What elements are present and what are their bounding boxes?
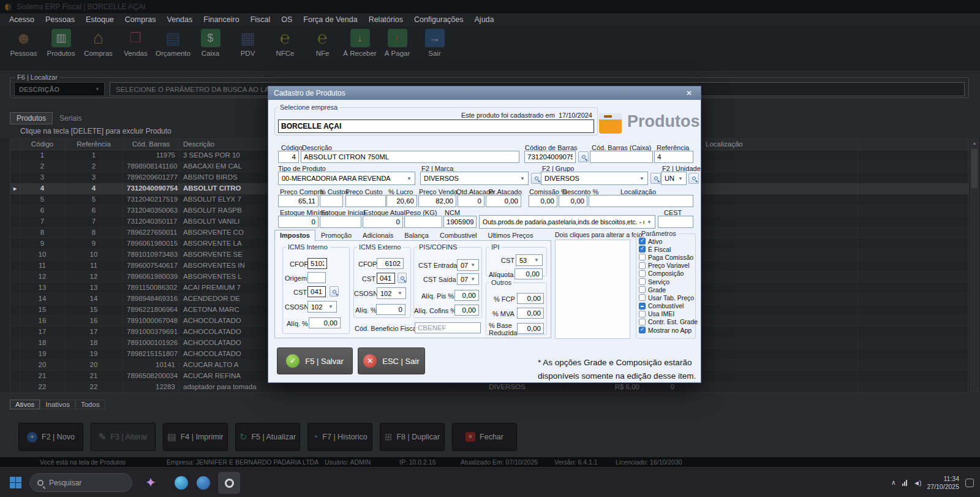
- modal-tab-ultimos-precos[interactable]: Ultimos Preços: [482, 230, 538, 241]
- network-icon[interactable]: [902, 479, 907, 486]
- toolbar-vendas[interactable]: ❒Vendas: [117, 26, 154, 71]
- param-contr-est-grade[interactable]: Contr. Est. Grade: [636, 318, 695, 326]
- checkbox-contr-est-grade[interactable]: [639, 319, 646, 325]
- icms-ext-cfop-input[interactable]: [377, 258, 404, 269]
- estoque-inicial-input[interactable]: [320, 216, 361, 228]
- qtd-atacado-input[interactable]: [458, 195, 484, 207]
- desconto-input[interactable]: [559, 195, 587, 207]
- ncm-desc-select[interactable]: Outs.prods.de padaria,pastelaria,inds.de…: [479, 215, 655, 229]
- toolbar-a-receber[interactable]: ↓Á Receber: [341, 26, 379, 71]
- pr-atacado-input[interactable]: [486, 195, 521, 207]
- close-icon[interactable]: ✕: [683, 89, 695, 97]
- start-button-icon[interactable]: [10, 477, 21, 488]
- icms-int-cst-input[interactable]: [307, 286, 326, 297]
- param-ativo[interactable]: Ativo: [636, 237, 695, 245]
- icms-int-aliq-input[interactable]: [309, 317, 341, 328]
- header-referencia[interactable]: Referência: [65, 139, 123, 150]
- param-composicao[interactable]: Composição: [636, 270, 695, 278]
- toolbar-sair[interactable]: →Sair: [416, 26, 453, 71]
- preco-custo-input[interactable]: [345, 195, 386, 207]
- barcode-search-icon[interactable]: [578, 151, 589, 162]
- menu-configuracoes[interactable]: Configurações: [409, 15, 469, 24]
- cst-search-icon[interactable]: [330, 286, 339, 297]
- base-reduzida-input[interactable]: [517, 323, 544, 334]
- menu-pessoas[interactable]: Pessoas: [40, 15, 80, 24]
- action-f7-historico[interactable]: ◔F7 | Historico: [307, 423, 372, 451]
- ncm-input[interactable]: [443, 216, 477, 228]
- table-scrollbar[interactable]: ▲: [970, 138, 979, 392]
- table-row[interactable]: 222212283adaptador para tomadaDIVERSOSR$…: [10, 382, 968, 393]
- modal-tab-adicionais[interactable]: Adicionais: [357, 230, 399, 241]
- scrollbar-thumb[interactable]: [971, 149, 978, 188]
- filter-tab-inativos[interactable]: Inativos: [40, 400, 75, 409]
- menu-forca-de-venda[interactable]: Força de Venda: [298, 15, 363, 24]
- taskbar-search[interactable]: Pesquisar: [29, 473, 132, 492]
- checkbox-e-fiscal[interactable]: [639, 246, 646, 252]
- menu-financeiro[interactable]: Financeiro: [198, 15, 244, 24]
- taskbar-clock[interactable]: 11:34 27/10/2025: [927, 475, 959, 491]
- marca-select[interactable]: DIVERSOS▼: [420, 172, 529, 185]
- unidade-select[interactable]: UN▼: [661, 172, 687, 185]
- param-combustivel[interactable]: Combustível: [636, 302, 695, 310]
- product-photo[interactable]: [555, 240, 630, 339]
- preco-compra-input[interactable]: [278, 195, 318, 207]
- checkbox-combustivel[interactable]: [639, 303, 646, 309]
- menu-estoque[interactable]: Estoque: [80, 15, 119, 24]
- menu-relatorios[interactable]: Relatórios: [363, 15, 409, 24]
- localizacao-input[interactable]: [589, 195, 693, 207]
- menu-acesso[interactable]: Acesso: [4, 15, 40, 24]
- grupo-select[interactable]: DIVERSOS▼: [541, 172, 648, 185]
- fcp-input[interactable]: [517, 293, 544, 304]
- toolbar-a-pagar[interactable]: ↑Á Pagar: [379, 26, 416, 71]
- aliq-pis-input[interactable]: [454, 290, 479, 301]
- checkbox-mostrar-no-app[interactable]: [639, 327, 646, 333]
- toolbar-pessoas[interactable]: ☻Pessoas: [5, 26, 42, 71]
- modal-tab-combustivel[interactable]: Combustivel: [434, 230, 483, 241]
- save-button[interactable]: ✓ F5 | Salvar: [277, 347, 353, 374]
- notification-icon[interactable]: [965, 479, 974, 487]
- menu-compras[interactable]: Compras: [119, 15, 162, 24]
- header-codigo[interactable]: Código: [20, 139, 65, 150]
- modal-tab-promocao[interactable]: Promoção: [315, 230, 357, 241]
- checkbox-ativo[interactable]: [639, 238, 646, 245]
- volume-icon[interactable]: ◄): [913, 479, 921, 487]
- tray-chevron-icon[interactable]: ∧: [891, 479, 896, 487]
- empresa-input[interactable]: [278, 120, 594, 133]
- action-fechar[interactable]: ×Fechar: [452, 423, 517, 451]
- icms-int-cfop-input[interactable]: [307, 258, 327, 269]
- icms-ext-aliq-input[interactable]: [376, 304, 405, 315]
- param-e-fiscal[interactable]: É Fiscal: [636, 245, 695, 253]
- checkbox-grade[interactable]: [639, 286, 646, 293]
- checkbox-usar-tab-preco[interactable]: [639, 294, 646, 301]
- referencia-input[interactable]: [654, 151, 693, 163]
- marca-search-icon[interactable]: [531, 173, 541, 184]
- comissao-input[interactable]: [529, 195, 557, 207]
- action-f8-duplicar[interactable]: ⊞F8 | Duplicar: [380, 423, 445, 451]
- menu-vendas[interactable]: Vendas: [162, 15, 198, 24]
- lucro-input[interactable]: [386, 195, 417, 207]
- toolbar-compras[interactable]: ⌂Compras: [80, 26, 117, 71]
- icms-int-origem-input[interactable]: [307, 272, 326, 283]
- modal-tab-balanca[interactable]: Balança: [399, 230, 434, 241]
- menu-fiscal[interactable]: Fiscal: [245, 15, 276, 24]
- checkbox-servico[interactable]: [639, 278, 646, 285]
- tipo-produto-select[interactable]: 00-MERCADORIA PARA REVENDA▼: [278, 172, 415, 185]
- toolbar-nfe[interactable]: ℮NFe: [304, 26, 341, 71]
- checkbox-preco-variavel[interactable]: [639, 262, 646, 269]
- checkbox-usa-imei[interactable]: [639, 311, 646, 317]
- filter-tab-todos[interactable]: Todos: [75, 400, 105, 409]
- cst-search-icon[interactable]: [398, 273, 407, 283]
- tab-seriais[interactable]: Seriais: [53, 112, 89, 124]
- param-grade[interactable]: Grade: [636, 286, 695, 294]
- param-preco-variavel[interactable]: Preço Variavel: [636, 262, 695, 270]
- scroll-up-icon[interactable]: ▲: [971, 139, 978, 148]
- toolbar-nfce[interactable]: ℮NFCe: [266, 26, 304, 71]
- cst-saida-select[interactable]: 07▼: [457, 273, 479, 285]
- icms-ext-csosn-select[interactable]: 102▼: [377, 287, 406, 299]
- beneficio-input[interactable]: [415, 322, 481, 333]
- action-f4-imprimir[interactable]: ▤F4 | Imprimir: [163, 423, 228, 451]
- modal-tab-impostos[interactable]: Impostos: [274, 230, 315, 241]
- custos-input[interactable]: [320, 195, 343, 207]
- icms-ext-cst-input[interactable]: [377, 273, 395, 284]
- param-mostrar-no-app[interactable]: Mostrar no App: [636, 326, 695, 334]
